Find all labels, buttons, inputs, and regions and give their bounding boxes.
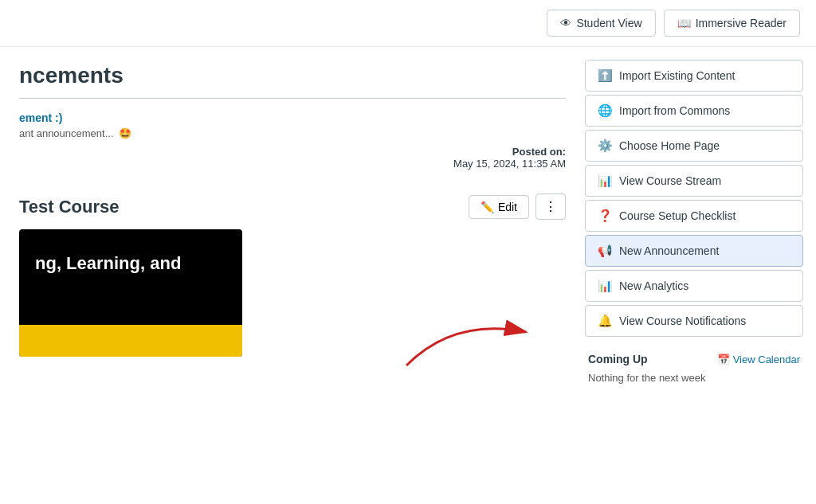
- course-setup-label: Course Setup Checklist: [619, 209, 736, 222]
- view-calendar-label: View Calendar: [733, 354, 800, 365]
- course-image-bottom-bar: [19, 325, 242, 357]
- more-icon: ⋮: [544, 200, 557, 213]
- import-existing-label: Import Existing Content: [619, 69, 736, 82]
- menu-item-view-notifications[interactable]: 🔔View Course Notifications: [585, 305, 803, 337]
- import-commons-icon: 🌐: [597, 104, 613, 118]
- immersive-reader-label: Immersive Reader: [696, 17, 787, 29]
- calendar-icon: 📅: [717, 354, 730, 365]
- more-button[interactable]: ⋮: [536, 193, 566, 220]
- menu-item-import-existing[interactable]: ⬆️Import Existing Content: [585, 60, 803, 92]
- course-actions: ✏️ Edit ⋮: [469, 193, 566, 220]
- coming-up-section: Coming Up 📅 View Calendar Nothing for th…: [585, 353, 803, 384]
- coming-up-header: Coming Up 📅 View Calendar: [588, 353, 800, 365]
- announcement-item: ement :) ant announcement... 🤩 Posted on…: [19, 111, 566, 170]
- immersive-reader-button[interactable]: 📖 Immersive Reader: [664, 10, 800, 37]
- course-setup-icon: ❓: [597, 209, 613, 223]
- course-section: Test Course ✏️ Edit ⋮ ng, Learning, and: [19, 193, 566, 357]
- coming-up-empty: Nothing for the next week: [588, 372, 800, 384]
- student-view-label: Student View: [576, 17, 641, 29]
- course-image-text: ng, Learning, and: [35, 253, 181, 274]
- announcement-preview: ant announcement... 🤩: [19, 127, 566, 139]
- right-panel: ⬆️Import Existing Content🌐Import from Co…: [585, 47, 816, 503]
- menu-item-new-analytics[interactable]: 📊New Analytics: [585, 270, 803, 302]
- new-announcement-icon: 📢: [597, 244, 613, 258]
- view-course-stream-label: View Course Stream: [619, 174, 721, 187]
- view-course-stream-icon: 📊: [597, 174, 613, 188]
- student-view-icon: 👁: [560, 17, 571, 29]
- edit-icon: ✏️: [481, 201, 494, 213]
- choose-home-icon: ⚙️: [597, 139, 613, 153]
- posted-on-date: May 15, 2024, 11:35 AM: [19, 158, 566, 170]
- main-content: ncements ement :) ant announcement... 🤩 …: [0, 47, 816, 503]
- announcement-emoji: 🤩: [119, 127, 131, 139]
- posted-on: Posted on: May 15, 2024, 11:35 AM: [19, 146, 566, 170]
- view-calendar-link[interactable]: 📅 View Calendar: [717, 354, 800, 365]
- menu-item-course-setup[interactable]: ❓Course Setup Checklist: [585, 200, 803, 232]
- menu-item-import-commons[interactable]: 🌐Import from Commons: [585, 95, 803, 127]
- new-announcement-label: New Announcement: [619, 244, 719, 257]
- page-title: ncements: [19, 63, 566, 99]
- edit-label: Edit: [498, 201, 517, 213]
- view-notifications-label: View Course Notifications: [619, 315, 746, 327]
- import-existing-icon: ⬆️: [597, 68, 613, 83]
- new-analytics-icon: 📊: [597, 279, 613, 293]
- new-analytics-label: New Analytics: [619, 279, 688, 292]
- menu-item-choose-home[interactable]: ⚙️Choose Home Page: [585, 130, 803, 162]
- announcement-title: ement :): [19, 111, 566, 124]
- announcement-preview-text: ant announcement...: [19, 127, 114, 139]
- choose-home-label: Choose Home Page: [619, 139, 720, 152]
- coming-up-title: Coming Up: [588, 353, 648, 365]
- posted-on-label: Posted on:: [19, 146, 566, 158]
- menu-item-view-course-stream[interactable]: 📊View Course Stream: [585, 165, 803, 197]
- immersive-reader-icon: 📖: [677, 17, 691, 29]
- menu-item-new-announcement[interactable]: 📢New Announcement: [585, 235, 803, 267]
- edit-button[interactable]: ✏️ Edit: [469, 195, 529, 219]
- menu-list: ⬆️Import Existing Content🌐Import from Co…: [585, 60, 803, 337]
- course-image: ng, Learning, and: [19, 229, 242, 357]
- import-commons-label: Import from Commons: [619, 104, 730, 117]
- left-panel: ncements ement :) ant announcement... 🤩 …: [0, 47, 585, 503]
- course-name: Test Course: [19, 197, 120, 217]
- view-notifications-icon: 🔔: [597, 314, 613, 328]
- course-header: Test Course ✏️ Edit ⋮: [19, 193, 566, 220]
- student-view-button[interactable]: 👁 Student View: [547, 10, 655, 37]
- top-bar: 👁 Student View 📖 Immersive Reader: [0, 0, 816, 47]
